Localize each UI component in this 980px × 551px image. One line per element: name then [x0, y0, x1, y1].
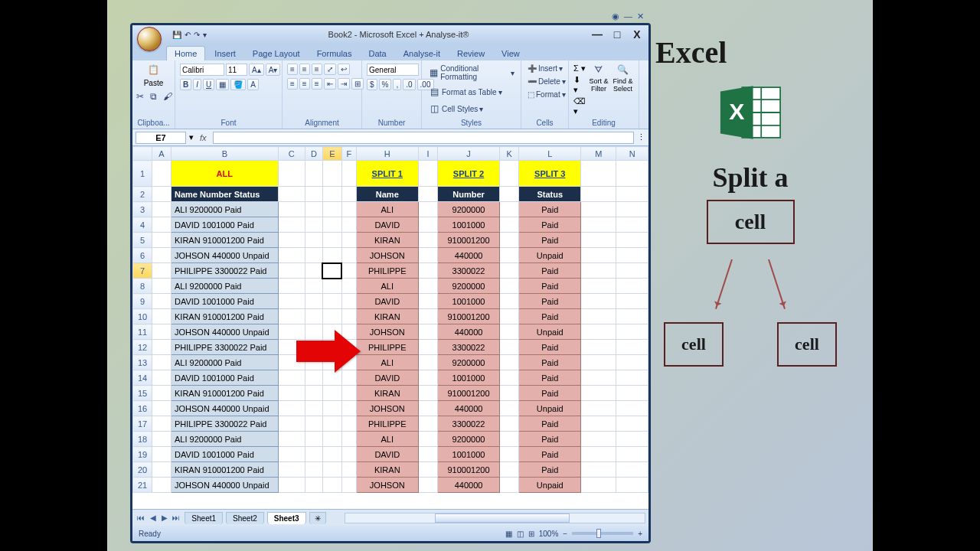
ribbon-close-icon[interactable]: ✕ [637, 11, 644, 21]
row-header[interactable]: 14 [133, 370, 152, 386]
cell[interactable]: Paid [519, 309, 581, 324]
conditional-formatting-button[interactable]: ▦Conditional Formatting ▾ [426, 64, 516, 82]
view-layout-icon[interactable]: ◫ [517, 530, 524, 538]
font-name-select[interactable] [180, 64, 224, 76]
sheet-tab[interactable]: Sheet3 [267, 512, 306, 524]
ribbon-minimize-icon[interactable]: — [624, 11, 632, 21]
close-button[interactable]: X [630, 29, 644, 40]
cell[interactable]: 9200000 [437, 355, 499, 370]
maximize-button[interactable]: □ [610, 29, 624, 40]
wrap-text-icon[interactable]: ↩ [338, 64, 350, 75]
row-header[interactable]: 7 [133, 263, 152, 279]
row-header[interactable]: 4 [133, 217, 152, 233]
grow-font-icon[interactable]: A▴ [249, 64, 264, 76]
view-normal-icon[interactable]: ▦ [505, 530, 512, 538]
cell[interactable]: Paid [519, 233, 581, 248]
worksheet[interactable]: A B C D E F H I J K L M N 1 ALL [132, 146, 648, 509]
inc-decimal-icon[interactable]: .0 [403, 79, 415, 90]
row-header[interactable]: 20 [133, 462, 152, 478]
cell[interactable]: Paid [519, 340, 581, 355]
font-color-icon[interactable]: A [247, 79, 259, 90]
copy-icon[interactable]: ⧉ [148, 90, 160, 103]
view-pagebreak-icon[interactable]: ⊞ [528, 530, 534, 538]
row-header[interactable]: 13 [133, 355, 152, 370]
tab-nav-first-icon[interactable]: ⏮ [136, 514, 146, 522]
format-cells-button[interactable]: ⬚ Format ▾ [526, 90, 567, 99]
tab-data[interactable]: Data [361, 47, 394, 60]
cell[interactable]: PHILIPPE 3300022 Paid [172, 416, 279, 432]
fill-color-icon[interactable]: 🪣 [230, 79, 246, 90]
row-header[interactable]: 18 [133, 432, 152, 447]
tab-nav-prev-icon[interactable]: ◀ [149, 514, 158, 522]
bold-button[interactable]: B [180, 79, 191, 90]
tab-view[interactable]: View [494, 47, 528, 60]
insert-cells-button[interactable]: ➕ Insert ▾ [526, 64, 564, 73]
col-header[interactable]: E [322, 147, 341, 161]
cell[interactable]: Paid [519, 370, 581, 386]
sheet-tab[interactable]: Sheet2 [226, 512, 264, 524]
comma-icon[interactable]: , [393, 79, 401, 90]
cell[interactable]: 3300022 [437, 263, 499, 279]
cell[interactable]: 3300022 [437, 416, 499, 432]
cell[interactable]: ALI 9200000 Paid [172, 355, 279, 370]
cell[interactable]: Paid [519, 202, 581, 217]
row-header[interactable]: 5 [133, 233, 152, 248]
cell[interactable]: DAVID 1001000 Paid [172, 294, 279, 309]
align-bot-icon[interactable]: ≡ [312, 64, 322, 75]
cell[interactable]: 9200000 [437, 279, 499, 294]
number-format-select[interactable] [367, 64, 419, 76]
tab-insert[interactable]: Insert [207, 47, 243, 60]
align-right-icon[interactable]: ≡ [312, 78, 322, 90]
cell[interactable]: ALI 9200000 Paid [172, 279, 279, 294]
cell[interactable]: KIRAN 910001200 Paid [172, 462, 279, 478]
cell[interactable]: JOHSON [356, 324, 418, 340]
underline-button[interactable]: U [203, 79, 214, 90]
row-header[interactable]: 2 [133, 187, 152, 202]
indent-inc-icon[interactable]: ⇥ [338, 78, 350, 90]
namebox-dropdown-icon[interactable]: ▾ [189, 132, 194, 142]
cell[interactable]: SPLIT 2 [437, 161, 499, 187]
cell[interactable]: ALI 9200000 Paid [172, 432, 279, 447]
cell[interactable]: ALI [356, 279, 418, 294]
col-header[interactable]: B [172, 147, 279, 161]
sheet-tab[interactable]: Sheet1 [185, 512, 223, 524]
tab-home[interactable]: Home [166, 46, 205, 60]
cell[interactable]: Paid [519, 432, 581, 447]
find-select-label[interactable]: Find & Select [612, 77, 634, 93]
tab-nav-next-icon[interactable]: ▶ [160, 514, 169, 522]
cell[interactable]: 9200000 [437, 432, 499, 447]
col-header[interactable]: K [500, 147, 519, 161]
cell[interactable]: KIRAN 910001200 Paid [172, 233, 279, 248]
cell[interactable]: ALI [356, 202, 418, 217]
cell[interactable]: ALL [172, 161, 279, 187]
formula-expand-icon[interactable]: ⋮ [637, 132, 645, 142]
cell[interactable]: 910001200 [437, 233, 499, 248]
cell[interactable]: 3300022 [437, 340, 499, 355]
cell[interactable]: KIRAN [356, 462, 418, 478]
cell[interactable]: Paid [519, 386, 581, 401]
cell[interactable]: KIRAN 910001200 Paid [172, 309, 279, 324]
cell[interactable]: JOHSON [356, 401, 418, 416]
format-painter-icon[interactable]: 🖌 [162, 90, 174, 103]
sort-filter-label[interactable]: Sort & Filter [589, 77, 609, 93]
cell[interactable]: Paid [519, 416, 581, 432]
zoom-in-icon[interactable]: + [638, 530, 642, 538]
tab-review[interactable]: Review [449, 47, 492, 60]
cell[interactable]: DAVID 1001000 Paid [172, 447, 279, 462]
col-header[interactable]: J [437, 147, 499, 161]
cell[interactable]: DAVID 1001000 Paid [172, 217, 279, 233]
find-select-icon[interactable]: 🔍 [616, 64, 629, 76]
col-header[interactable]: I [418, 147, 437, 161]
new-sheet-icon[interactable]: ✳ [309, 512, 326, 524]
orientation-icon[interactable]: ⤢ [324, 64, 336, 75]
cell[interactable]: JOHSON [356, 478, 418, 493]
italic-button[interactable]: I [193, 79, 201, 90]
align-top-icon[interactable]: ≡ [287, 64, 298, 75]
zoom-level[interactable]: 100% [539, 530, 559, 538]
cell[interactable]: 440000 [437, 401, 499, 416]
zoom-slider[interactable] [572, 532, 633, 535]
cell-styles-button[interactable]: ◫Cell Styles ▾ [426, 102, 485, 116]
cell[interactable]: Unpaid [519, 478, 581, 493]
cell[interactable]: Paid [519, 447, 581, 462]
minimize-button[interactable]: — [590, 29, 604, 40]
